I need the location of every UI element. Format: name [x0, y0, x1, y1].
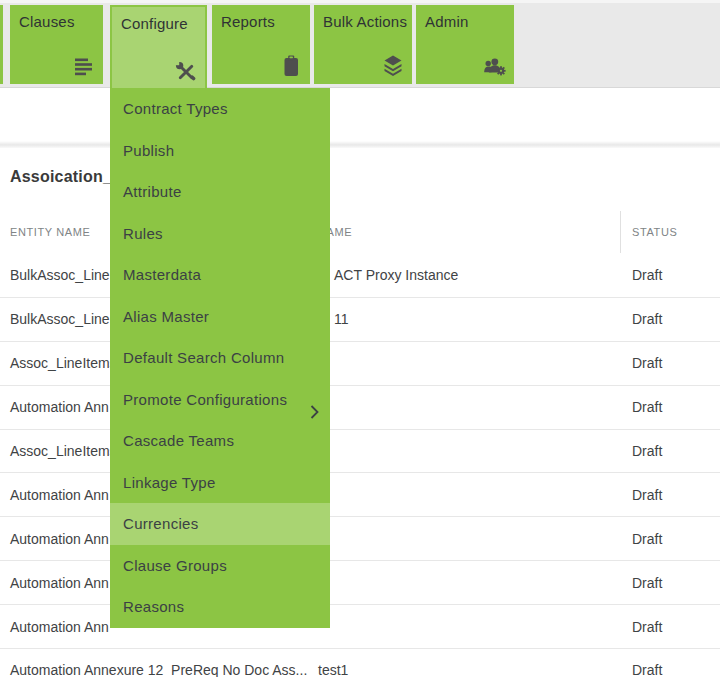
layers-icon [381, 54, 405, 78]
tab-clauses[interactable]: Clauses [10, 5, 103, 84]
status-cell: Draft [632, 267, 662, 283]
column-header-status: STATUS [632, 226, 677, 238]
menu-item-cascade-teams[interactable]: Cascade Teams [110, 420, 330, 462]
status-cell: Draft [632, 487, 662, 503]
status-cell: Draft [632, 355, 662, 371]
page-title: Assoication_S [10, 168, 123, 186]
tools-icon [174, 60, 198, 84]
name-cell: test1 [318, 662, 348, 677]
status-cell: Draft [632, 399, 662, 415]
align-left-icon [72, 54, 96, 78]
menu-item-linkage-type[interactable]: Linkage Type [110, 462, 330, 504]
table-row[interactable]: Automation Annexure 12_PreReq No Doc Ass… [0, 649, 720, 677]
column-header-entity-name: ENTITY NAME [10, 226, 90, 238]
entity-name-cell: BulkAssoc_LineI [10, 311, 114, 327]
menu-item-reasons[interactable]: Reasons [110, 586, 330, 628]
entity-name-cell: Automation Annexure 12_PreReq No Doc Ass… [10, 662, 307, 677]
tab-configure[interactable]: Configure [110, 5, 207, 90]
entity-name-cell: Automation Ann [10, 619, 109, 635]
tab-admin[interactable]: Admin [416, 5, 514, 84]
entity-name-cell: Assoc_LineItems [10, 443, 117, 459]
name-cell: ACT Proxy Instance [334, 267, 458, 283]
entity-name-cell: Automation Ann [10, 531, 109, 547]
tab-reports[interactable]: Reports [212, 5, 310, 84]
partial-tab-left-edge[interactable] [0, 5, 3, 84]
entity-name-cell: Assoc_LineItems [10, 355, 117, 371]
table-row[interactable]: Assoc_LineItems Draft [0, 430, 720, 474]
entity-name-cell: Automation Ann [10, 575, 109, 591]
entity-name-cell: Automation Ann [10, 399, 109, 415]
table-row[interactable]: BulkAssoc_LineI 11 Draft [0, 298, 720, 342]
menu-item-label: Promote Configurations [123, 391, 287, 408]
tab-reports-label: Reports [221, 13, 275, 30]
menu-item-alias-master[interactable]: Alias Master [110, 296, 330, 338]
users-gear-icon [483, 54, 507, 78]
entity-name-cell: Automation Ann [10, 487, 109, 503]
subheader-divider [0, 141, 720, 148]
menu-item-publish[interactable]: Publish [110, 130, 330, 172]
chevron-right-icon [310, 393, 319, 407]
menu-item-currencies[interactable]: Currencies [110, 503, 330, 545]
name-cell: 11 [334, 311, 349, 327]
tab-configure-label: Configure [121, 15, 188, 32]
menu-item-default-search-column[interactable]: Default Search Column [110, 337, 330, 379]
clipboard-icon [279, 54, 303, 78]
menu-item-attribute[interactable]: Attribute [110, 171, 330, 213]
tab-admin-label: Admin [425, 13, 469, 30]
entity-name-cell: BulkAssoc_LineI [10, 267, 114, 283]
table-row[interactable]: Assoc_LineItems Draft [0, 342, 720, 386]
status-cell: Draft [632, 662, 662, 677]
table-row[interactable]: BulkAssoc_LineI ACT Proxy Instance Draft [0, 254, 720, 298]
menu-item-contract-types[interactable]: Contract Types [110, 88, 330, 130]
table-row[interactable]: Automation Ann Draft [0, 561, 720, 605]
entity-table: BulkAssoc_LineI ACT Proxy Instance Draft… [0, 254, 720, 677]
menu-item-masterdata[interactable]: Masterdata [110, 254, 330, 296]
table-row[interactable]: Automation Ann Draft [0, 473, 720, 517]
table-row[interactable]: Automation Ann Draft [0, 517, 720, 561]
status-cell: Draft [632, 575, 662, 591]
table-row[interactable]: Automation Ann Draft [0, 605, 720, 649]
menu-item-rules[interactable]: Rules [110, 213, 330, 255]
column-separator [620, 211, 621, 253]
tab-bulk-actions[interactable]: Bulk Actions [314, 5, 412, 84]
configure-dropdown-menu: Contract Types Publish Attribute Rules M… [110, 88, 330, 628]
status-cell: Draft [632, 443, 662, 459]
status-cell: Draft [632, 531, 662, 547]
tab-clauses-label: Clauses [19, 13, 75, 30]
menu-item-promote-configurations[interactable]: Promote Configurations [110, 379, 330, 421]
status-cell: Draft [632, 619, 662, 635]
table-row[interactable]: Automation Ann Draft [0, 386, 720, 430]
top-nav-bar: Clauses Configure [0, 0, 720, 88]
status-cell: Draft [632, 311, 662, 327]
menu-item-clause-groups[interactable]: Clause Groups [110, 545, 330, 587]
tab-bulk-actions-label: Bulk Actions [323, 13, 407, 30]
